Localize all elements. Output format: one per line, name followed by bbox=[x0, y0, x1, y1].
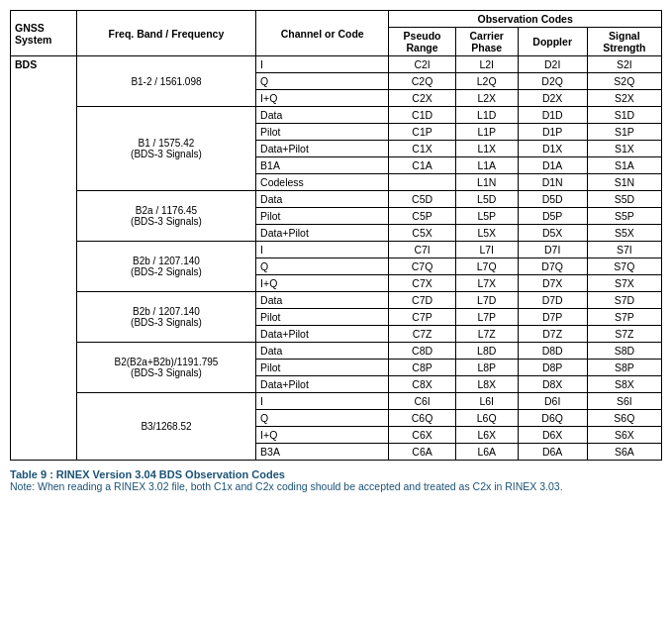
code-cell: D1A bbox=[518, 157, 587, 174]
code-cell: C6I bbox=[389, 393, 456, 410]
code-cell: D7Q bbox=[518, 258, 587, 275]
code-cell: S6A bbox=[587, 444, 661, 461]
code-cell: C7X bbox=[389, 275, 456, 292]
code-cell: L5X bbox=[455, 225, 518, 242]
code-cell: L8P bbox=[455, 360, 518, 376]
channel-cell: Pilot bbox=[256, 208, 389, 225]
code-cell: L7P bbox=[455, 309, 518, 326]
channel-cell: Data+Pilot bbox=[256, 376, 389, 393]
code-cell: S1A bbox=[587, 157, 661, 174]
code-cell: C1D bbox=[389, 107, 456, 124]
code-cell: S7Q bbox=[587, 258, 661, 275]
main-container: GNSSSystem Freq. Band / Frequency Channe… bbox=[10, 10, 662, 492]
table-row: B2(B2a+B2b)/1191.795(BDS-3 Signals) Data… bbox=[11, 343, 662, 360]
channel-cell: I bbox=[256, 56, 389, 73]
freq-b2b-bds3: B2b / 1207.140(BDS-3 Signals) bbox=[76, 292, 255, 343]
channel-cell: Data+Pilot bbox=[256, 225, 389, 242]
channel-cell: B3A bbox=[256, 444, 389, 461]
code-cell: L6Q bbox=[455, 410, 518, 427]
code-cell: L1A bbox=[455, 157, 518, 174]
channel-cell: Data bbox=[256, 343, 389, 360]
code-cell: D5P bbox=[518, 208, 587, 225]
code-cell: L7Z bbox=[455, 326, 518, 343]
freq-b12: B1-2 / 1561.098 bbox=[76, 56, 255, 107]
code-cell: D7D bbox=[518, 292, 587, 309]
freq-b2-combined: B2(B2a+B2b)/1191.795(BDS-3 Signals) bbox=[76, 343, 255, 393]
code-cell: C2Q bbox=[389, 73, 456, 90]
code-cell: L7Q bbox=[455, 258, 518, 275]
code-cell: L8D bbox=[455, 343, 518, 360]
channel-cell: B1A bbox=[256, 157, 389, 174]
code-cell: C8P bbox=[389, 360, 456, 376]
code-cell: S5D bbox=[587, 191, 661, 208]
code-cell: S2I bbox=[587, 56, 661, 73]
channel-cell: Pilot bbox=[256, 309, 389, 326]
channel-code-header: Channel or Code bbox=[256, 11, 389, 56]
code-cell: D7I bbox=[518, 242, 587, 258]
channel-cell: Codeless bbox=[256, 174, 389, 191]
doppler-header: Doppler bbox=[518, 28, 587, 56]
signal-strength-header: SignalStrength bbox=[587, 28, 661, 56]
code-cell: D2Q bbox=[518, 73, 587, 90]
code-cell: L5D bbox=[455, 191, 518, 208]
table-row: B1 / 1575.42(BDS-3 Signals) Data C1D L1D… bbox=[11, 107, 662, 124]
code-cell: C5D bbox=[389, 191, 456, 208]
channel-cell: Q bbox=[256, 258, 389, 275]
code-cell: L6I bbox=[455, 393, 518, 410]
code-cell: C6Q bbox=[389, 410, 456, 427]
code-cell: S7D bbox=[587, 292, 661, 309]
code-cell: C7Z bbox=[389, 326, 456, 343]
channel-cell: I bbox=[256, 393, 389, 410]
channel-cell: I+Q bbox=[256, 427, 389, 444]
code-cell: D1N bbox=[518, 174, 587, 191]
code-cell: C7P bbox=[389, 309, 456, 326]
code-cell: L5P bbox=[455, 208, 518, 225]
code-cell: D5D bbox=[518, 191, 587, 208]
freq-b2a: B2a / 1176.45(BDS-3 Signals) bbox=[76, 191, 255, 242]
code-cell: D6X bbox=[518, 427, 587, 444]
caption-title: Table 9 : RINEX Version 3.04 BDS Observa… bbox=[10, 468, 662, 480]
channel-cell: Pilot bbox=[256, 360, 389, 376]
code-cell: L2X bbox=[455, 90, 518, 107]
code-cell: C2X bbox=[389, 90, 456, 107]
code-cell bbox=[389, 174, 456, 191]
pseudo-range-header: PseudoRange bbox=[389, 28, 456, 56]
code-cell: S7P bbox=[587, 309, 661, 326]
code-cell: L2I bbox=[455, 56, 518, 73]
code-cell: D7Z bbox=[518, 326, 587, 343]
carrier-phase-header: CarrierPhase bbox=[455, 28, 518, 56]
code-cell: D8D bbox=[518, 343, 587, 360]
code-cell: L1D bbox=[455, 107, 518, 124]
code-cell: L6X bbox=[455, 427, 518, 444]
code-cell: C5X bbox=[389, 225, 456, 242]
observation-codes-table: GNSSSystem Freq. Band / Frequency Channe… bbox=[10, 10, 662, 461]
channel-cell: Pilot bbox=[256, 124, 389, 141]
code-cell: D5X bbox=[518, 225, 587, 242]
code-cell: C1X bbox=[389, 141, 456, 157]
code-cell: S5P bbox=[587, 208, 661, 225]
channel-cell: Data bbox=[256, 292, 389, 309]
code-cell: C8X bbox=[389, 376, 456, 393]
code-cell: S6X bbox=[587, 427, 661, 444]
code-cell: S6Q bbox=[587, 410, 661, 427]
table-row: BDS B1-2 / 1561.098 I C2I L2I D2I S2I bbox=[11, 56, 662, 73]
code-cell: C6A bbox=[389, 444, 456, 461]
freq-b3: B3/1268.52 bbox=[76, 393, 255, 461]
code-cell: C8D bbox=[389, 343, 456, 360]
code-cell: S7X bbox=[587, 275, 661, 292]
caption-note: Note: When reading a RINEX 3.02 file, bo… bbox=[10, 480, 662, 492]
code-cell: D2I bbox=[518, 56, 587, 73]
table-row: B2b / 1207.140(BDS-2 Signals) I C7I L7I … bbox=[11, 242, 662, 258]
channel-cell: I+Q bbox=[256, 90, 389, 107]
code-cell: S2Q bbox=[587, 73, 661, 90]
code-cell: D7X bbox=[518, 275, 587, 292]
code-cell: D6Q bbox=[518, 410, 587, 427]
code-cell: D1D bbox=[518, 107, 587, 124]
code-cell: S7Z bbox=[587, 326, 661, 343]
table-row: B2a / 1176.45(BDS-3 Signals) Data C5D L5… bbox=[11, 191, 662, 208]
channel-cell: Q bbox=[256, 73, 389, 90]
code-cell: C7D bbox=[389, 292, 456, 309]
observation-codes-header: Observation Codes bbox=[389, 11, 662, 28]
table-row: B2b / 1207.140(BDS-3 Signals) Data C7D L… bbox=[11, 292, 662, 309]
code-cell: S8D bbox=[587, 343, 661, 360]
